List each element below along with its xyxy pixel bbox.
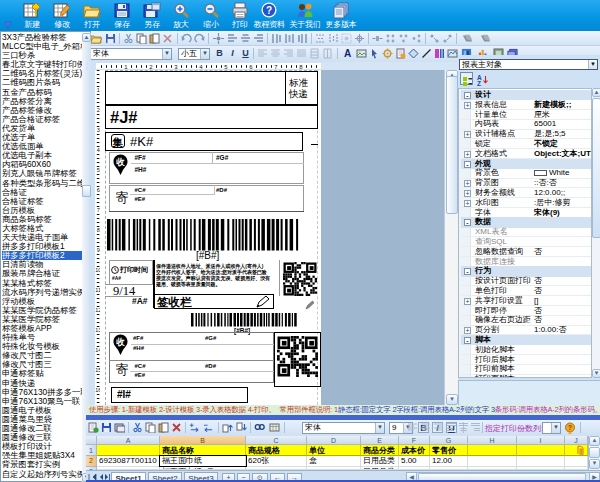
svg-text:收: 收: [116, 157, 125, 167]
svg-text:?: ?: [266, 5, 272, 16]
svg-text:收: 收: [116, 337, 125, 347]
svg-text:?: ?: [568, 424, 572, 431]
svg-text:Z: Z: [477, 80, 481, 86]
